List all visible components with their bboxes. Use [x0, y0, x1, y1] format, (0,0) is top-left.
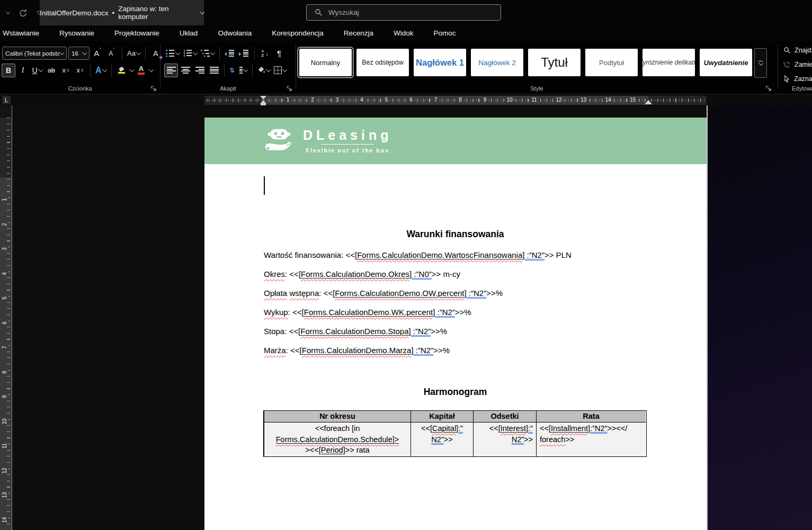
superscript-button[interactable]: x2: [74, 64, 86, 77]
right-indent-marker[interactable]: [645, 100, 652, 104]
schedule-table-cell[interactable]: <<[Installment]:”N2”>><</foreach>>: [536, 423, 646, 456]
ruler-number: 2: [2, 221, 8, 228]
merge-field-paragraph[interactable]: Opłata wstępna: <<[Forms.CalculationDemo…: [264, 288, 647, 299]
style-card[interactable]: Uwydatnienie: [700, 49, 752, 76]
font-dialog-launcher-icon[interactable]: [151, 86, 156, 91]
ribbon-tab[interactable]: Układ: [169, 25, 208, 41]
show-formatting-button[interactable]: ¶: [273, 47, 285, 60]
tab-stop-selector[interactable]: L: [2, 96, 11, 104]
financing-fields: Wartość finansowania: <<[Forms.Calculati…: [264, 250, 647, 364]
text-effects-button[interactable]: A: [94, 64, 108, 77]
ribbon-tab[interactable]: Pomoc: [424, 25, 466, 41]
heading-warunki-finansowania[interactable]: Warunki finansowania: [263, 229, 647, 240]
ribbon-tab[interactable]: Widok: [383, 25, 424, 41]
schedule-table-header-cell[interactable]: Kapitał: [411, 411, 473, 423]
grow-font-button[interactable]: Aˆ: [91, 47, 104, 60]
merge-field-paragraph[interactable]: Stopa: <<[Forms.CalculationDemo.Stopa] :…: [264, 326, 647, 337]
schedule-table-header-cell[interactable]: Odsetki: [473, 411, 536, 423]
svg-text:c: c: [788, 65, 790, 68]
ribbon-tab-row: WstawianieRysowanieProjektowanieUkładOdw…: [0, 25, 812, 41]
strikethrough-button[interactable]: ab: [45, 64, 58, 77]
schedule-table-data-row: <<foreach [inForms.CalculationDemo.Sched…: [264, 423, 646, 456]
title-dropdown-icon[interactable]: [200, 10, 204, 14]
ruler-number: 9: [2, 393, 8, 400]
bold-button[interactable]: B: [2, 64, 15, 77]
ribbon-tab[interactable]: Korespondencja: [262, 25, 334, 41]
ribbon-tab[interactable]: Projektowanie: [104, 25, 169, 41]
change-case-button[interactable]: Aa: [126, 47, 141, 60]
schedule-table-header-cell[interactable]: Nr okresu: [264, 411, 411, 423]
schedule-table-cell[interactable]: <<[Capital]:”N2”>>: [411, 423, 473, 456]
undo-dropdown-icon[interactable]: [6, 10, 10, 14]
ribbon-tab[interactable]: Rysowanie: [49, 25, 104, 41]
ribbon-tab[interactable]: Odwołania: [208, 25, 262, 41]
ruler-number: 13: [2, 492, 8, 498]
align-left-button[interactable]: [165, 64, 177, 77]
italic-button[interactable]: I: [16, 64, 29, 77]
horizontal-ruler[interactable]: 123456789101112131415: [204, 96, 707, 105]
justify-button[interactable]: [208, 64, 220, 77]
highlight-dropdown-icon[interactable]: [129, 67, 133, 71]
ribbon-tab[interactable]: Wstawianie: [0, 25, 49, 41]
merge-field-paragraph[interactable]: Wykup: <<[Forms.CalculationDemo.WK.perce…: [264, 307, 647, 318]
styles-more-button[interactable]: [754, 48, 767, 78]
font-size-select[interactable]: 16: [68, 47, 90, 60]
borders-button[interactable]: [273, 64, 288, 77]
styles-dialog-launcher-icon[interactable]: [766, 86, 771, 91]
align-center-button[interactable]: [179, 64, 192, 77]
document-page[interactable]: DLeasing Flexible out of the box Warunki…: [204, 118, 707, 530]
align-right-button[interactable]: [193, 64, 206, 77]
underline-button[interactable]: U: [31, 64, 43, 77]
sort-button[interactable]: AZ ↓: [258, 47, 271, 60]
heading-harmonogram[interactable]: Harmonogram: [263, 387, 647, 398]
ruler-number: 12: [555, 97, 563, 103]
line-spacing-button[interactable]: ⇅: [228, 64, 248, 77]
highlight-color-button[interactable]: [115, 64, 128, 77]
style-card[interactable]: Bez odstępów: [356, 49, 409, 76]
schedule-table-header-cell[interactable]: Rata: [536, 411, 646, 423]
paragraph-dialog-launcher-icon[interactable]: [287, 86, 292, 91]
bullets-button[interactable]: [165, 47, 181, 60]
first-line-indent-marker[interactable]: [260, 96, 266, 100]
replace-button[interactable]: b c Zamień: [783, 61, 812, 68]
shrink-font-button[interactable]: Aˇ: [105, 47, 118, 60]
search-box[interactable]: Wyszukaj: [306, 4, 501, 21]
shading-button[interactable]: [256, 64, 271, 77]
style-card[interactable]: Podtytuł: [585, 49, 638, 76]
multilevel-list-button[interactable]: [200, 47, 216, 60]
brand-divider: [321, 144, 374, 145]
style-card[interactable]: Tytuł: [528, 49, 581, 76]
redo-icon[interactable]: [19, 8, 28, 17]
font-color-button[interactable]: A: [135, 64, 148, 77]
decrease-indent-button[interactable]: [224, 47, 236, 60]
select-button[interactable]: Zaznacz: [783, 75, 812, 83]
hanging-indent-marker[interactable]: [260, 100, 266, 104]
schedule-table-cell[interactable]: <<foreach [inForms.CalculationDemo.Sched…: [264, 423, 411, 456]
justify-icon: [210, 67, 219, 74]
style-card[interactable]: Normalny: [299, 49, 352, 76]
multilevel-list-icon: [201, 50, 210, 57]
schedule-table-cell[interactable]: <<[Interest]:”N2”>>: [473, 423, 536, 456]
style-card-label: Wyróżnienie delikatne: [643, 59, 695, 66]
numbering-icon: [183, 50, 192, 57]
style-card[interactable]: Nagłówek 2: [471, 49, 523, 76]
increase-indent-button[interactable]: [238, 47, 251, 60]
font-name-select[interactable]: Calibri (Tekst podstawowy): [2, 47, 67, 60]
font-color-dropdown-icon[interactable]: [148, 67, 153, 71]
merge-field-paragraph[interactable]: Marża: <<[Forms.CalculationDemo.Marza] :…: [264, 345, 647, 356]
style-card[interactable]: Nagłówek 1: [414, 49, 466, 76]
ribbon-tab[interactable]: Recenzja: [334, 25, 383, 41]
ribbon-tabs: WstawianieRysowanieProjektowanieUkładOdw…: [0, 25, 466, 41]
merge-field-paragraph[interactable]: Wartość finansowania: <<[Forms.Calculati…: [264, 250, 647, 260]
find-button[interactable]: Znajdź: [783, 47, 812, 54]
ruler-number: 13: [580, 97, 587, 103]
document-title-chip[interactable]: InitialOfferDemo.docx • Zapisano w: ten …: [40, 0, 204, 25]
ruler-number: 9: [481, 97, 489, 103]
ruler-number: 7: [432, 97, 440, 103]
merge-field-paragraph[interactable]: Okres: <<[Forms.CalculationDemo.Okres] :…: [264, 269, 647, 280]
subscript-button[interactable]: x2: [59, 64, 72, 77]
vertical-ruler[interactable]: 1234567891011121314: [0, 105, 12, 530]
font-group-label: Czcionka: [0, 85, 160, 92]
numbering-button[interactable]: [182, 47, 198, 60]
style-card[interactable]: Wyróżnienie delikatne: [643, 49, 695, 76]
